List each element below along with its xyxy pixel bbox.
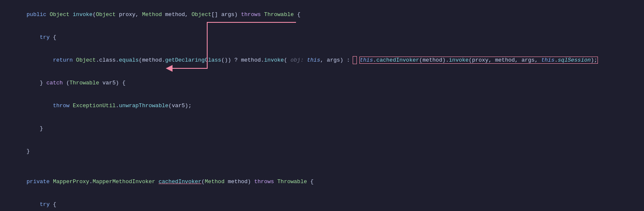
code-line-2: try { [0,26,644,49]
code-container: public Object invoke(Object proxy, Metho… [0,0,644,211]
code-line-1: public Object invoke(Object proxy, Metho… [0,3,644,26]
code-line-3: return Object.class.equals(method.getDec… [0,49,644,72]
code-line-10: try { [0,193,644,211]
code-line-5: throw ExceptionUtil.unwrapThrowable(var5… [0,95,644,117]
code-line-6: } [0,117,644,140]
code-line-9: private MapperProxy.MapperMethodInvoker … [0,170,644,193]
code-line-4: } catch (Throwable var5) { [0,72,644,95]
code-line-8 [0,163,644,170]
cached-invoker-highlight [353,57,356,64]
code-line-7: } [0,140,644,163]
